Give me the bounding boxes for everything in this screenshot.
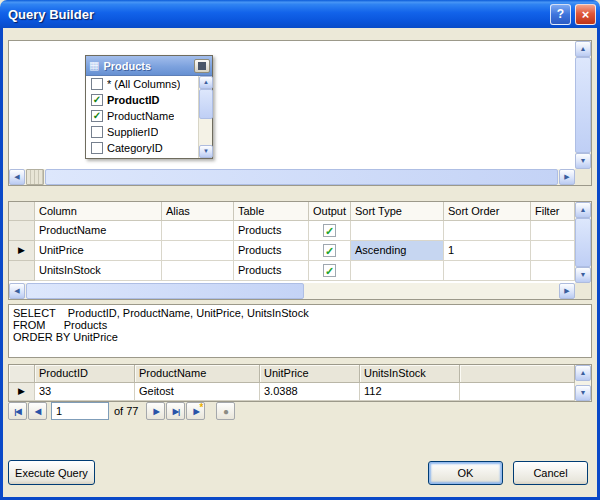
table-card-header[interactable]: ▦ Products [86,56,212,76]
scrollbar-thumb[interactable] [575,218,591,267]
criteria-cell[interactable]: Ascending [351,241,444,261]
table-column-row[interactable]: * (All Columns) [86,76,198,92]
diagram-vertical-scrollbar[interactable]: ▲ ▼ [575,41,591,169]
results-column-header[interactable] [460,365,575,383]
table-card-scrollbar[interactable]: ▲ ▼ [198,76,212,158]
result-cell[interactable]: 112 [360,383,460,401]
result-cell[interactable]: 3.0388 [260,383,360,401]
execute-query-button[interactable]: Execute Query [8,460,95,485]
table-column-row[interactable]: CategoryID [86,140,198,156]
scroll-down-icon[interactable]: ▼ [199,145,213,158]
criteria-column-header[interactable]: Filter [531,202,575,221]
output-checkbox[interactable]: ✓ [323,264,336,277]
results-column-header[interactable]: UnitsInStock [360,365,460,383]
criteria-column-header[interactable]: Sort Order [444,202,531,221]
criteria-horizontal-scrollbar[interactable]: ◀ ▶ [9,283,575,299]
results-column-header[interactable]: ProductID [35,365,135,383]
column-checkbox[interactable]: ✓ [91,110,103,122]
criteria-column-header[interactable] [9,202,35,221]
output-cell[interactable]: ✓ [309,221,351,241]
table-column-row[interactable]: SupplierID [86,124,198,140]
criteria-cell[interactable]: Products [234,241,309,261]
criteria-cell[interactable] [351,261,444,281]
help-button[interactable]: ? [550,4,571,25]
criteria-cell[interactable] [531,261,575,281]
close-button[interactable]: × [575,4,596,25]
criteria-cell[interactable]: Products [234,221,309,241]
cancel-button[interactable]: Cancel [513,461,588,485]
output-checkbox[interactable]: ✓ [323,244,336,257]
row-selector[interactable]: ▶ [9,241,35,261]
results-vertical-scrollbar[interactable]: ▲ ▼ [575,365,591,401]
criteria-cell[interactable]: 1 [444,241,531,261]
result-cell[interactable]: 33 [35,383,135,401]
sql-statement-text[interactable]: SELECT ProductID, ProductName, UnitPrice… [13,307,587,343]
criteria-column-header[interactable]: Sort Type [351,202,444,221]
criteria-cell[interactable] [162,261,234,281]
result-cell[interactable] [460,383,575,401]
criteria-cell[interactable] [444,261,531,281]
diagram-horizontal-scrollbar[interactable]: ◀ ▶ [9,169,575,185]
criteria-column-header[interactable]: Alias [162,202,234,221]
criteria-cell[interactable] [351,221,444,241]
results-column-header[interactable]: UnitPrice [260,365,360,383]
criteria-grid[interactable]: ColumnAliasTableOutputSort TypeSort Orde… [9,202,575,283]
pane-splitter-handle[interactable] [26,169,44,185]
scroll-up-icon[interactable]: ▲ [199,76,213,89]
row-selector[interactable] [9,261,35,281]
criteria-cell[interactable] [162,241,234,261]
scroll-right-icon[interactable]: ▶ [559,169,575,185]
record-position-input[interactable] [51,402,109,420]
row-selector[interactable] [9,221,35,241]
column-checkbox[interactable] [91,126,103,138]
criteria-grid-row[interactable]: UnitsInStockProducts✓ [9,261,575,281]
results-row[interactable]: ▶33Geitost3.0388112 [9,383,575,401]
criteria-grid-pane[interactable]: ColumnAliasTableOutputSort TypeSort Orde… [8,201,592,300]
diagram-canvas[interactable]: ▦ Products * (All Columns)✓ProductID✓Pro… [9,41,575,169]
diagram-pane[interactable]: ▦ Products * (All Columns)✓ProductID✓Pro… [8,40,592,186]
criteria-column-header[interactable]: Table [234,202,309,221]
add-new-record-button[interactable]: ▶* [186,402,205,420]
move-previous-button[interactable]: ◀ [28,402,47,420]
row-selector[interactable]: ▶ [9,383,35,401]
ok-button[interactable]: OK [428,461,503,485]
output-cell[interactable]: ✓ [309,241,351,261]
criteria-cell[interactable] [444,221,531,241]
scrollbar-thumb[interactable] [26,283,304,299]
table-column-row[interactable]: ✓ProductName [86,108,198,124]
products-table-card[interactable]: ▦ Products * (All Columns)✓ProductID✓Pro… [85,55,213,159]
table-column-row[interactable]: ✓ProductID [86,92,198,108]
criteria-cell[interactable]: UnitsInStock [35,261,162,281]
scroll-down-icon[interactable]: ▼ [575,153,591,169]
criteria-grid-row[interactable]: ▶UnitPriceProducts✓Ascending1 [9,241,575,261]
title-bar[interactable]: Query Builder ? × [0,0,600,28]
criteria-cell[interactable] [162,221,234,241]
output-cell[interactable]: ✓ [309,261,351,281]
move-last-button[interactable]: ▶| [166,402,185,420]
sql-pane[interactable]: SELECT ProductID, ProductName, UnitPrice… [8,304,592,358]
column-checkbox[interactable] [91,142,103,154]
scroll-down-icon[interactable]: ▼ [575,267,591,283]
scroll-up-icon[interactable]: ▲ [575,365,591,381]
scroll-up-icon[interactable]: ▲ [575,202,591,218]
criteria-cell[interactable]: UnitPrice [35,241,162,261]
criteria-cell[interactable]: Products [234,261,309,281]
scrollbar-thumb[interactable] [199,89,213,119]
scrollbar-thumb[interactable] [575,57,591,153]
results-column-header[interactable] [9,365,35,383]
results-grid[interactable]: ProductIDProductNameUnitPriceUnitsInStoc… [9,365,575,401]
scroll-left-icon[interactable]: ◀ [9,169,25,185]
criteria-grid-row[interactable]: ProductNameProducts✓ [9,221,575,241]
table-card-collapse-button[interactable] [194,59,210,73]
result-cell[interactable]: Geitost [135,383,260,401]
scroll-left-icon[interactable]: ◀ [9,283,25,299]
column-checkbox[interactable] [91,78,103,90]
criteria-column-header[interactable]: Column [35,202,162,221]
scrollbar-thumb[interactable] [45,169,558,185]
move-next-button[interactable]: ▶ [146,402,165,420]
criteria-cell[interactable]: ProductName [35,221,162,241]
column-checkbox[interactable]: ✓ [91,94,103,106]
criteria-cell[interactable] [531,241,575,261]
criteria-cell[interactable] [531,221,575,241]
scroll-up-icon[interactable]: ▲ [575,41,591,57]
